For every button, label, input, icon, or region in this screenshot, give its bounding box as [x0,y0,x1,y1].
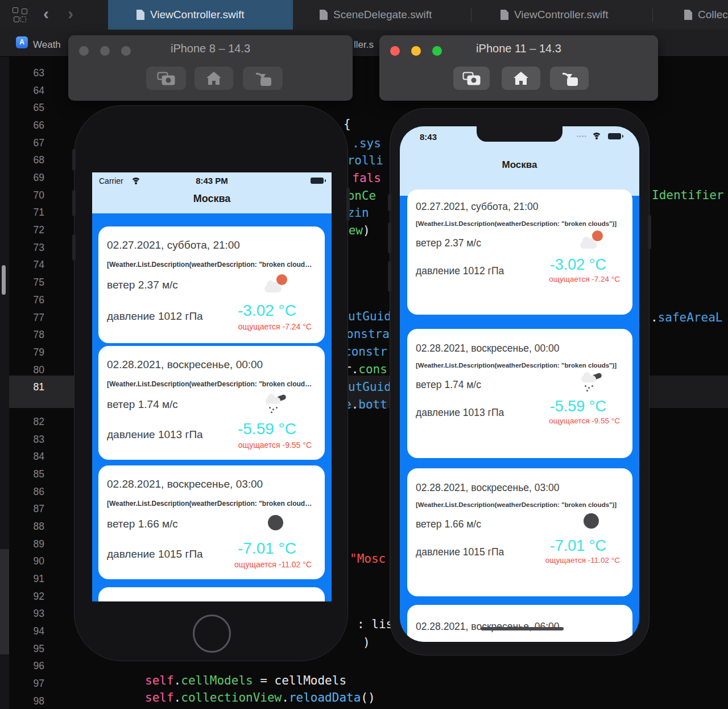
line-number: 63 [10,67,44,79]
weather-condition-icon [263,394,288,414]
line-number: 74 [10,259,44,271]
line-number: 65 [10,102,44,114]
home-button[interactable] [502,67,540,90]
card-pressure: давление 1013 гПа [416,407,504,419]
line-number: 76 [10,294,44,306]
weather-card-partial[interactable] [98,587,325,601]
scrollbar-thumb[interactable] [2,265,6,295]
camera-icon [463,72,481,85]
line-number: 86 [10,486,44,498]
line-number: 87 [10,503,44,515]
card-pressure: давление 1015 гПа [416,546,504,558]
power-button[interactable] [648,215,651,249]
line-number: 68 [10,154,44,166]
card-date: 02.28.2021, воскресенье, 03:00 [416,482,560,494]
line-number: 95 [10,643,44,655]
weather-card[interactable]: 02.28.2021, воскресенье, 03:00 [Weather.… [98,465,325,579]
left-strip-segment [0,549,9,654]
line-number: 93 [10,608,44,620]
line-number: 84 [10,451,44,463]
line-number: 92 [10,591,44,603]
volume-up-button[interactable] [388,222,391,253]
battery-icon [608,133,621,139]
simulator-window-iphone8: iPhone 8 – 14.3 [68,35,353,101]
card-temperature: -7.01 °C [238,539,296,558]
weather-card[interactable]: 02.28.2021, воскресенье, 00:00 [Weather.… [98,346,325,460]
breadcrumb-fragment[interactable]: ller.s [354,39,374,51]
code-fragment: Identifier [652,188,723,202]
home-indicator[interactable] [481,627,564,630]
card-pressure: давление 1012 гПа [107,310,203,323]
tab-viewcontroller-1[interactable]: ViewController.swift [108,0,293,30]
forward-chevron-icon[interactable]: › [68,4,73,23]
card-description: [Weather.List.Description(weatherDescrip… [416,501,617,508]
volume-down-button[interactable] [72,234,76,261]
tab-label: ViewController.swift [150,9,244,21]
iphone8-device-bezel: Carrier 8:43 PM Москва 02.27.2021, суббо… [74,105,348,661]
code-fragment: .safeAreaL [651,311,722,324]
tab-viewcontroller-2[interactable]: ViewController.swift [471,0,652,30]
line-number: 75 [10,277,44,288]
card-feels-like: ощущается -9.55 °C [549,417,620,425]
screenshot-button[interactable] [453,67,490,90]
code-fragment: constr [344,345,387,358]
code-fragment: ) [363,636,370,649]
line-number: 66 [10,119,44,131]
screenshot-button[interactable] [146,67,186,90]
weather-condition-icon [263,274,288,295]
line-number: 67 [10,137,44,149]
home-button-ring[interactable] [193,615,231,653]
mute-switch[interactable] [388,194,391,211]
power-button[interactable] [346,188,350,221]
line-number: 94 [10,625,44,637]
tab-scenedelegate[interactable]: SceneDelegate.swift [293,0,471,30]
weather-card[interactable]: 02.28.2021, воскресенье, 03:00 [Weather.… [407,468,632,596]
swift-file-icon [500,10,508,20]
code-fragment: utGuid [348,310,391,323]
tab-collection[interactable]: Collec [652,0,728,30]
card-wind: ветер 2.37 м/с [416,237,481,249]
line-number: 85 [10,468,44,480]
line-number: 70 [10,189,44,201]
line-number: 69 [10,172,44,184]
line-number: 80 [10,364,44,376]
weather-card[interactable]: 02.27.2021, суббота, 21:00 [Weather.List… [407,189,632,315]
rotate-button[interactable] [550,67,589,90]
nav-title: Москва [92,193,332,205]
mute-switch[interactable] [72,149,76,171]
line-number: 88 [10,521,44,533]
weather-condition-icon [579,372,604,393]
line-number: 64 [10,85,44,97]
code-fragment: r.cons [344,362,387,376]
card-date: 02.28.2021, воскресенье, 00:00 [416,343,560,354]
line-number: 91 [10,573,44,585]
volume-up-button[interactable] [72,190,76,216]
weather-card-partial[interactable]: 02.28.2021, воскресенье, 06:00 [407,605,632,642]
tab-label: ViewController.swift [514,9,608,21]
card-description: [Weather.List.Description(weatherDescrip… [107,261,312,269]
window-title: iPhone 11 – 14.3 [379,42,658,55]
volume-down-button[interactable] [388,261,391,292]
card-date: 02.27.2021, суббота, 21:00 [107,239,240,252]
code-fragment: utGuid [348,380,391,394]
xcode-tab-bar: ‹ › ViewController.swift SceneDelegate.s… [0,0,728,30]
editor-left-strip [0,57,9,709]
card-temperature: -5.59 °C [550,398,606,415]
weather-card[interactable]: 02.27.2021, суббота, 21:00 [Weather.List… [98,226,325,343]
line-number: 79 [10,347,44,358]
iphone8-screen[interactable]: Carrier 8:43 PM Москва 02.27.2021, суббо… [92,172,332,601]
line-number: 82 [10,416,44,428]
line-number: 73 [10,242,44,254]
card-temperature: -5.59 °C [238,420,296,438]
line-number: 78 [10,329,44,341]
home-button[interactable] [195,67,233,90]
iphone11-screen[interactable]: 8:43 •••• Москва 02.27.2021, суббота, 21… [400,126,639,642]
code-fragment: e.bott [344,398,387,411]
card-temperature: -3.02 °C [550,256,606,274]
weather-card[interactable]: 02.28.2021, воскресенье, 00:00 [Weather.… [407,329,632,458]
status-time: 8:43 PM [92,176,332,186]
status-bar: Carrier 8:43 PM [92,175,332,188]
rotate-button[interactable] [243,67,283,90]
wifi-icon [592,133,602,140]
card-date: 02.28.2021, воскресенье, 00:00 [107,358,263,371]
